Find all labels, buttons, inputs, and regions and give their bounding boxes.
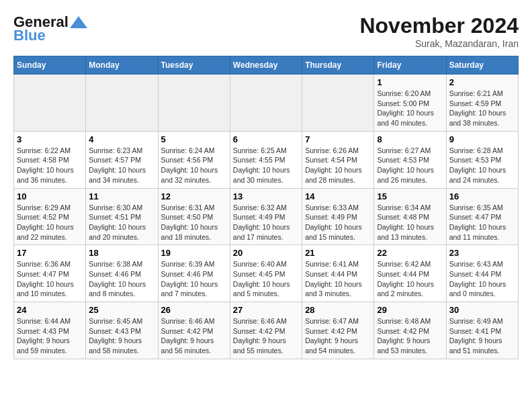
day-info: Sunrise: 6:30 AMSunset: 4:51 PMDaylight:… xyxy=(89,203,154,242)
calendar-cell: 8Sunrise: 6:27 AMSunset: 4:53 PMDaylight… xyxy=(374,131,446,188)
svg-marker-0 xyxy=(70,16,87,28)
calendar-cell: 17Sunrise: 6:36 AMSunset: 4:47 PMDayligh… xyxy=(14,245,86,302)
day-info: Sunrise: 6:29 AMSunset: 4:52 PMDaylight:… xyxy=(17,203,83,242)
calendar-cell: 13Sunrise: 6:32 AMSunset: 4:49 PMDayligh… xyxy=(230,188,302,245)
day-info: Sunrise: 6:45 AMSunset: 4:43 PMDaylight:… xyxy=(89,316,154,356)
day-info: Sunrise: 6:49 AMSunset: 4:41 PMDaylight:… xyxy=(449,316,515,356)
logo: General Blue xyxy=(13,13,87,44)
day-number: 2 xyxy=(449,77,515,87)
day-of-week-header: Wednesday xyxy=(230,56,302,75)
day-number: 3 xyxy=(17,134,83,144)
day-of-week-header: Thursday xyxy=(302,56,374,75)
calendar-week-row: 10Sunrise: 6:29 AMSunset: 4:52 PMDayligh… xyxy=(14,188,519,245)
calendar-week-row: 17Sunrise: 6:36 AMSunset: 4:47 PMDayligh… xyxy=(14,245,519,302)
day-of-week-header: Friday xyxy=(374,56,446,75)
day-number: 11 xyxy=(89,191,154,201)
day-info: Sunrise: 6:43 AMSunset: 4:44 PMDaylight:… xyxy=(449,259,515,299)
day-number: 22 xyxy=(377,248,443,258)
calendar-cell xyxy=(14,75,86,132)
day-number: 9 xyxy=(449,134,515,144)
calendar-cell: 18Sunrise: 6:38 AMSunset: 4:46 PMDayligh… xyxy=(86,245,158,302)
calendar-cell xyxy=(302,75,374,132)
calendar-cell xyxy=(158,75,230,132)
day-info: Sunrise: 6:27 AMSunset: 4:53 PMDaylight:… xyxy=(377,146,443,185)
day-info: Sunrise: 6:33 AMSunset: 4:49 PMDaylight:… xyxy=(305,203,371,242)
day-number: 19 xyxy=(161,248,227,258)
day-number: 18 xyxy=(89,248,154,258)
calendar-cell: 27Sunrise: 6:46 AMSunset: 4:42 PMDayligh… xyxy=(230,302,302,359)
day-number: 15 xyxy=(377,191,443,201)
day-info: Sunrise: 6:24 AMSunset: 4:56 PMDaylight:… xyxy=(161,146,227,185)
calendar-cell: 1Sunrise: 6:20 AMSunset: 5:00 PMDaylight… xyxy=(374,75,446,132)
day-info: Sunrise: 6:35 AMSunset: 4:47 PMDaylight:… xyxy=(449,203,515,242)
calendar-cell: 29Sunrise: 6:48 AMSunset: 4:42 PMDayligh… xyxy=(374,302,446,359)
calendar-cell: 14Sunrise: 6:33 AMSunset: 4:49 PMDayligh… xyxy=(302,188,374,245)
day-number: 30 xyxy=(449,305,515,315)
day-info: Sunrise: 6:25 AMSunset: 4:55 PMDaylight:… xyxy=(233,146,299,185)
day-number: 29 xyxy=(377,305,443,315)
day-info: Sunrise: 6:38 AMSunset: 4:46 PMDaylight:… xyxy=(89,259,154,299)
calendar-table: SundayMondayTuesdayWednesdayThursdayFrid… xyxy=(13,56,519,359)
day-number: 26 xyxy=(161,305,227,315)
day-info: Sunrise: 6:41 AMSunset: 4:44 PMDaylight:… xyxy=(305,259,371,299)
day-number: 25 xyxy=(89,305,154,315)
day-number: 16 xyxy=(449,191,515,201)
day-number: 14 xyxy=(305,191,371,201)
day-info: Sunrise: 6:32 AMSunset: 4:49 PMDaylight:… xyxy=(233,203,299,242)
day-info: Sunrise: 6:28 AMSunset: 4:53 PMDaylight:… xyxy=(449,146,515,185)
calendar-week-row: 24Sunrise: 6:44 AMSunset: 4:43 PMDayligh… xyxy=(14,302,519,359)
calendar-cell xyxy=(86,75,158,132)
day-number: 17 xyxy=(17,248,83,258)
page-header: General Blue November 2024 Surak, Mazand… xyxy=(13,13,519,49)
logo-icon xyxy=(70,16,87,28)
calendar-cell: 16Sunrise: 6:35 AMSunset: 4:47 PMDayligh… xyxy=(446,188,518,245)
day-of-week-header: Saturday xyxy=(446,56,518,75)
calendar-cell: 28Sunrise: 6:47 AMSunset: 4:42 PMDayligh… xyxy=(302,302,374,359)
day-of-week-header: Sunday xyxy=(14,56,86,75)
day-info: Sunrise: 6:42 AMSunset: 4:44 PMDaylight:… xyxy=(377,259,443,299)
day-info: Sunrise: 6:22 AMSunset: 4:58 PMDaylight:… xyxy=(17,146,83,185)
calendar-cell: 19Sunrise: 6:39 AMSunset: 4:46 PMDayligh… xyxy=(158,245,230,302)
day-info: Sunrise: 6:26 AMSunset: 4:54 PMDaylight:… xyxy=(305,146,371,185)
calendar-cell: 30Sunrise: 6:49 AMSunset: 4:41 PMDayligh… xyxy=(446,302,518,359)
day-info: Sunrise: 6:31 AMSunset: 4:50 PMDaylight:… xyxy=(161,203,227,242)
day-info: Sunrise: 6:23 AMSunset: 4:57 PMDaylight:… xyxy=(89,146,154,185)
calendar-cell: 10Sunrise: 6:29 AMSunset: 4:52 PMDayligh… xyxy=(14,188,86,245)
day-number: 5 xyxy=(161,134,227,144)
day-info: Sunrise: 6:21 AMSunset: 4:59 PMDaylight:… xyxy=(449,89,515,128)
day-of-week-header: Tuesday xyxy=(158,56,230,75)
subtitle: Surak, Mazandaran, Iran xyxy=(359,38,519,49)
calendar-cell: 20Sunrise: 6:40 AMSunset: 4:45 PMDayligh… xyxy=(230,245,302,302)
day-number: 12 xyxy=(161,191,227,201)
calendar-cell: 4Sunrise: 6:23 AMSunset: 4:57 PMDaylight… xyxy=(86,131,158,188)
calendar-cell: 15Sunrise: 6:34 AMSunset: 4:48 PMDayligh… xyxy=(374,188,446,245)
day-info: Sunrise: 6:39 AMSunset: 4:46 PMDaylight:… xyxy=(161,259,227,299)
calendar-cell: 6Sunrise: 6:25 AMSunset: 4:55 PMDaylight… xyxy=(230,131,302,188)
day-number: 10 xyxy=(17,191,83,201)
calendar-cell: 25Sunrise: 6:45 AMSunset: 4:43 PMDayligh… xyxy=(86,302,158,359)
day-info: Sunrise: 6:46 AMSunset: 4:42 PMDaylight:… xyxy=(161,316,227,356)
day-number: 27 xyxy=(233,305,299,315)
calendar-cell: 22Sunrise: 6:42 AMSunset: 4:44 PMDayligh… xyxy=(374,245,446,302)
calendar-body: 1Sunrise: 6:20 AMSunset: 5:00 PMDaylight… xyxy=(14,75,519,359)
title-section: November 2024 Surak, Mazandaran, Iran xyxy=(359,13,519,49)
day-number: 7 xyxy=(305,134,371,144)
day-info: Sunrise: 6:48 AMSunset: 4:42 PMDaylight:… xyxy=(377,316,443,356)
day-of-week-header: Monday xyxy=(86,56,158,75)
day-number: 1 xyxy=(377,77,443,87)
day-number: 23 xyxy=(449,248,515,258)
calendar-week-row: 3Sunrise: 6:22 AMSunset: 4:58 PMDaylight… xyxy=(14,131,519,188)
day-info: Sunrise: 6:40 AMSunset: 4:45 PMDaylight:… xyxy=(233,259,299,299)
calendar-header-row: SundayMondayTuesdayWednesdayThursdayFrid… xyxy=(14,56,519,75)
calendar-cell: 26Sunrise: 6:46 AMSunset: 4:42 PMDayligh… xyxy=(158,302,230,359)
calendar-cell: 3Sunrise: 6:22 AMSunset: 4:58 PMDaylight… xyxy=(14,131,86,188)
day-number: 13 xyxy=(233,191,299,201)
logo-blue: Blue xyxy=(13,27,46,44)
day-number: 4 xyxy=(89,134,154,144)
day-info: Sunrise: 6:46 AMSunset: 4:42 PMDaylight:… xyxy=(233,316,299,356)
day-info: Sunrise: 6:47 AMSunset: 4:42 PMDaylight:… xyxy=(305,316,371,356)
calendar-cell: 9Sunrise: 6:28 AMSunset: 4:53 PMDaylight… xyxy=(446,131,518,188)
calendar-cell: 21Sunrise: 6:41 AMSunset: 4:44 PMDayligh… xyxy=(302,245,374,302)
calendar-cell: 12Sunrise: 6:31 AMSunset: 4:50 PMDayligh… xyxy=(158,188,230,245)
calendar-cell: 2Sunrise: 6:21 AMSunset: 4:59 PMDaylight… xyxy=(446,75,518,132)
